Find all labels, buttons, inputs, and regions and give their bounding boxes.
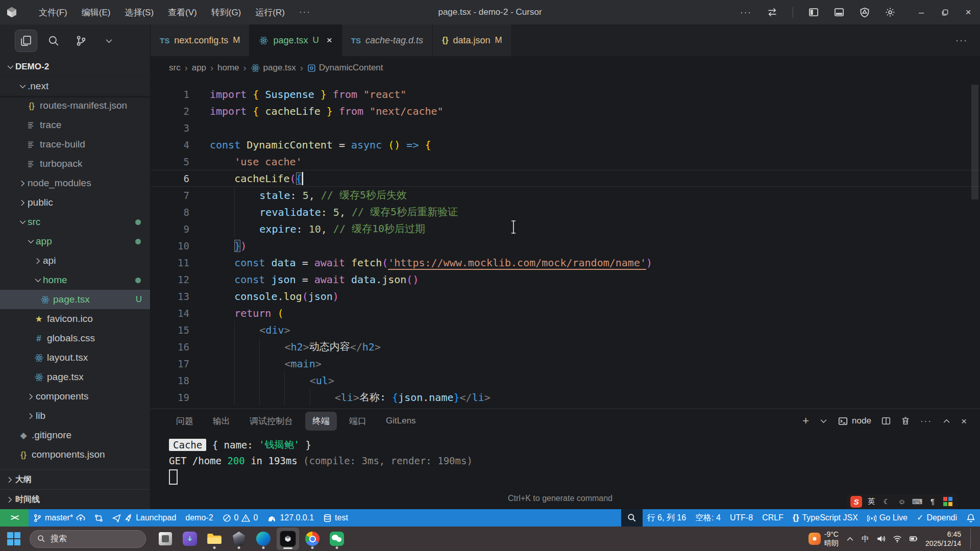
editor-scrollbar[interactable] <box>971 82 978 407</box>
tray-ime-mode[interactable]: 中 <box>862 534 869 544</box>
panel-tab-问题[interactable]: 问题 <box>169 412 201 431</box>
trash-icon[interactable] <box>901 416 910 425</box>
panel-tab-GitLens[interactable]: GitLens <box>379 412 423 430</box>
statusbar-launchpad[interactable]: Launchpad <box>108 509 181 527</box>
gear-icon[interactable] <box>885 7 895 17</box>
tree-item-page.tsx[interactable]: page.tsx <box>0 367 150 387</box>
sogou-ime-icon[interactable]: S <box>850 496 862 508</box>
tree-item-favicon.ico[interactable]: ★favicon.ico <box>0 309 150 329</box>
taskbar-search[interactable]: 搜索 <box>30 530 146 548</box>
statusbar-problems[interactable]: 00 <box>218 509 263 527</box>
tree-item-turbopack[interactable]: turbopack <box>0 154 150 173</box>
tree-item-trace-build[interactable]: trace-build <box>0 135 150 154</box>
plus-icon[interactable]: + <box>802 415 809 427</box>
remote-indicator[interactable]: >< <box>0 509 29 527</box>
statusbar-go-live[interactable]: Go Live <box>863 509 912 527</box>
close-icon[interactable]: × <box>961 416 967 426</box>
taskbar-app-cursor[interactable] <box>277 528 299 550</box>
split-icon[interactable] <box>881 416 891 425</box>
ellipsis-icon[interactable]: ··· <box>740 8 752 17</box>
panel-tab-端口[interactable]: 端口 <box>342 412 374 431</box>
menu-item-4[interactable]: 转到(G) <box>204 7 249 18</box>
statusbar-indentation[interactable]: 空格: 4 <box>691 509 725 527</box>
statusbar-dependi[interactable]: ✓Dependi <box>912 509 962 527</box>
ime-grid-icon[interactable] <box>942 495 954 508</box>
code-editor[interactable]: 1import { Suspense } from "react"2import… <box>151 80 980 409</box>
taskbar-app-file-explorer[interactable] <box>203 528 226 550</box>
sidebar-section-大纲[interactable]: 大纲 <box>0 469 150 489</box>
statusbar-encoding[interactable]: UTF-8 <box>725 509 757 527</box>
tree-item-node_modules[interactable]: node_modules <box>0 173 150 193</box>
weather-widget[interactable]: -9°C 晴朗 <box>808 530 839 548</box>
tree-item-home[interactable]: home <box>0 270 150 290</box>
tray-volume[interactable] <box>876 534 886 543</box>
taskbar-clock[interactable]: 6:45 2025/12/14 <box>925 530 961 548</box>
maximize-button[interactable] <box>933 0 957 24</box>
tree-item-page.tsx[interactable]: page.tsxU <box>0 290 150 309</box>
tree-item-.next[interactable]: .next <box>0 77 150 96</box>
tree-item-api[interactable]: api <box>0 251 150 270</box>
breadcrumb-home[interactable]: home <box>217 63 239 73</box>
chevron-up-icon[interactable] <box>942 417 951 425</box>
tree-item-routes-manifest.json[interactable]: {}routes-manifest.json <box>0 96 150 115</box>
chevron-down-icon[interactable] <box>819 417 828 425</box>
tray-network[interactable] <box>893 534 902 543</box>
tree-item-globals.css[interactable]: #globals.css <box>0 329 150 348</box>
tab-page.tsx[interactable]: page.tsxU× <box>250 24 341 56</box>
taskbar-app-task-view[interactable] <box>154 528 177 550</box>
statusbar-database[interactable]: test <box>318 509 353 527</box>
taskbar-app-wechat[interactable] <box>326 528 348 550</box>
ime-glyph-1[interactable]: ☾ <box>880 495 893 508</box>
menu-item-0[interactable]: 文件(F) <box>32 7 75 18</box>
tab-data.json[interactable]: {}data.jsonM <box>433 24 512 56</box>
tab-next.config.ts[interactable]: TSnext.config.tsM <box>151 24 250 56</box>
activity-search[interactable] <box>43 30 64 52</box>
layout-sidebar-icon[interactable] <box>808 7 819 17</box>
taskbar-app-purple-app[interactable] <box>179 528 201 550</box>
tab-actions-more[interactable]: ··· <box>955 35 980 46</box>
tree-item-layout.tsx[interactable]: layout.tsx <box>0 348 150 367</box>
ime-glyph-0[interactable]: 英 <box>865 495 877 508</box>
statusbar-postgres[interactable]: 127.0.0.1 <box>262 509 318 527</box>
activity-files[interactable] <box>15 30 37 52</box>
tree-item-components.json[interactable]: {}components.json <box>0 445 150 464</box>
start-button[interactable] <box>2 528 26 550</box>
tab-close-icon[interactable]: × <box>327 35 332 46</box>
magnifier-overlay-icon[interactable] <box>621 509 643 527</box>
breadcrumb-src[interactable]: src <box>169 63 181 73</box>
tray-hidden-icons[interactable] <box>846 535 854 543</box>
breadcrumb-page.tsx[interactable]: page.tsx <box>251 63 296 73</box>
ime-glyph-2[interactable]: ☺ <box>896 495 908 508</box>
tree-item-app[interactable]: app <box>0 232 150 251</box>
statusbar-notifications[interactable] <box>962 509 980 527</box>
breadcrumb-app[interactable]: app <box>192 63 206 73</box>
tree-item-src[interactable]: src <box>0 212 150 232</box>
panel-tab-终端[interactable]: 终端 <box>305 412 337 431</box>
tab-cache-tag.d.ts[interactable]: TScache-tag.d.ts <box>342 24 433 56</box>
show-desktop-button[interactable] <box>970 529 973 549</box>
menu-item-5[interactable]: 运行(R) <box>248 7 292 18</box>
minimize-button[interactable]: – <box>910 0 933 24</box>
statusbar-repo[interactable]: demo-2 <box>181 509 217 527</box>
activity-source-control[interactable] <box>70 30 92 52</box>
taskbar-app-obsidian[interactable] <box>228 528 250 550</box>
terminal-shell-selector[interactable]: node <box>838 416 871 426</box>
breadcrumb-DynamicContent[interactable]: DynamicContent <box>307 63 383 73</box>
statusbar-language-mode[interactable]: {}TypeScript JSX <box>788 509 863 527</box>
tree-item-trace[interactable]: trace <box>0 115 150 135</box>
tree-item-DEMO-2[interactable]: DEMO-2 <box>0 57 150 77</box>
scrollbar-thumb[interactable] <box>971 85 978 199</box>
menu-more[interactable]: ··· <box>292 7 318 17</box>
statusbar-git-branch[interactable]: master* <box>29 509 90 527</box>
ime-glyph-4[interactable]: ¶ <box>926 495 939 508</box>
menu-item-3[interactable]: 查看(V) <box>161 7 204 18</box>
tree-item-lib[interactable]: lib <box>0 406 150 425</box>
statusbar-eol[interactable]: CRLF <box>757 509 788 527</box>
shield-icon[interactable] <box>860 7 870 17</box>
tree-item-.gitignore[interactable]: ◆.gitignore <box>0 425 150 445</box>
tree-item-components[interactable]: components <box>0 387 150 406</box>
panel-tab-调试控制台[interactable]: 调试控制台 <box>242 412 300 431</box>
taskbar-app-chrome[interactable] <box>301 528 324 550</box>
ellipsis-icon[interactable]: ··· <box>920 417 932 425</box>
menu-item-2[interactable]: 选择(S) <box>117 7 161 18</box>
